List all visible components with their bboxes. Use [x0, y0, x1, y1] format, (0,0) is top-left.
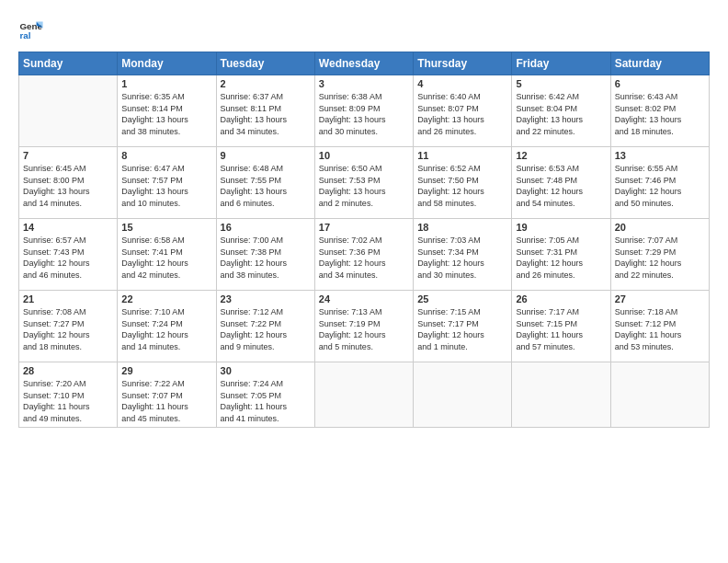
calendar-cell: 14Sunrise: 6:57 AM Sunset: 7:43 PM Dayli… — [19, 219, 118, 291]
week-row-3: 14Sunrise: 6:57 AM Sunset: 7:43 PM Dayli… — [19, 219, 710, 291]
day-info: Sunrise: 6:57 AM Sunset: 7:43 PM Dayligh… — [23, 235, 113, 281]
day-number: 22 — [121, 293, 211, 304]
day-info: Sunrise: 7:15 AM Sunset: 7:17 PM Dayligh… — [417, 306, 507, 352]
day-number: 7 — [23, 150, 113, 161]
calendar-cell: 29Sunrise: 7:22 AM Sunset: 7:07 PM Dayli… — [118, 362, 216, 428]
day-info: Sunrise: 6:43 AM Sunset: 8:02 PM Dayligh… — [615, 91, 705, 137]
calendar-cell: 12Sunrise: 6:53 AM Sunset: 7:48 PM Dayli… — [512, 147, 610, 219]
calendar-cell: 16Sunrise: 7:00 AM Sunset: 7:38 PM Dayli… — [216, 219, 314, 291]
day-info: Sunrise: 7:07 AM Sunset: 7:29 PM Dayligh… — [615, 235, 705, 281]
weekday-header-saturday: Saturday — [610, 52, 709, 75]
day-number: 1 — [121, 78, 211, 89]
calendar-cell: 24Sunrise: 7:13 AM Sunset: 7:19 PM Dayli… — [314, 291, 413, 362]
calendar-cell: 8Sunrise: 6:47 AM Sunset: 7:57 PM Daylig… — [118, 147, 216, 219]
svg-text:ral: ral — [19, 30, 30, 40]
day-number: 18 — [417, 222, 507, 233]
day-number: 27 — [615, 293, 705, 304]
day-info: Sunrise: 7:00 AM Sunset: 7:38 PM Dayligh… — [221, 235, 311, 281]
day-info: Sunrise: 7:12 AM Sunset: 7:22 PM Dayligh… — [221, 306, 311, 352]
calendar-cell: 9Sunrise: 6:48 AM Sunset: 7:55 PM Daylig… — [216, 147, 314, 219]
day-info: Sunrise: 6:37 AM Sunset: 8:11 PM Dayligh… — [221, 91, 311, 137]
page-header: Gene ral — [18, 17, 710, 42]
day-number: 28 — [23, 365, 113, 376]
day-info: Sunrise: 6:55 AM Sunset: 7:46 PM Dayligh… — [615, 163, 705, 209]
day-number: 16 — [221, 222, 311, 233]
day-number: 14 — [23, 222, 113, 233]
day-info: Sunrise: 7:18 AM Sunset: 7:12 PM Dayligh… — [615, 306, 705, 352]
day-number: 11 — [417, 150, 507, 161]
day-info: Sunrise: 7:08 AM Sunset: 7:27 PM Dayligh… — [23, 306, 113, 352]
day-info: Sunrise: 6:42 AM Sunset: 8:04 PM Dayligh… — [516, 91, 606, 137]
calendar-cell: 15Sunrise: 6:58 AM Sunset: 7:41 PM Dayli… — [118, 219, 216, 291]
weekday-header-monday: Monday — [118, 52, 216, 75]
day-info: Sunrise: 6:38 AM Sunset: 8:09 PM Dayligh… — [319, 91, 409, 137]
day-info: Sunrise: 7:02 AM Sunset: 7:36 PM Dayligh… — [319, 235, 409, 281]
week-row-2: 7Sunrise: 6:45 AM Sunset: 8:00 PM Daylig… — [19, 147, 710, 219]
calendar-cell: 23Sunrise: 7:12 AM Sunset: 7:22 PM Dayli… — [216, 291, 314, 362]
day-info: Sunrise: 7:05 AM Sunset: 7:31 PM Dayligh… — [516, 235, 606, 281]
day-info: Sunrise: 7:22 AM Sunset: 7:07 PM Dayligh… — [121, 378, 211, 424]
day-info: Sunrise: 6:40 AM Sunset: 8:07 PM Dayligh… — [417, 91, 507, 137]
calendar-cell: 4Sunrise: 6:40 AM Sunset: 8:07 PM Daylig… — [414, 75, 512, 147]
calendar-cell: 20Sunrise: 7:07 AM Sunset: 7:29 PM Dayli… — [610, 219, 709, 291]
day-number: 19 — [516, 222, 606, 233]
day-number: 26 — [516, 293, 606, 304]
calendar-cell — [610, 362, 709, 428]
calendar-cell: 13Sunrise: 6:55 AM Sunset: 7:46 PM Dayli… — [610, 147, 709, 219]
week-row-1: 1Sunrise: 6:35 AM Sunset: 8:14 PM Daylig… — [19, 75, 710, 147]
day-number: 29 — [121, 365, 211, 376]
day-number: 3 — [319, 78, 409, 89]
day-number: 15 — [121, 222, 211, 233]
calendar-cell: 6Sunrise: 6:43 AM Sunset: 8:02 PM Daylig… — [610, 75, 709, 147]
weekday-header-sunday: Sunday — [19, 52, 118, 75]
calendar-cell: 10Sunrise: 6:50 AM Sunset: 7:53 PM Dayli… — [314, 147, 413, 219]
calendar-cell — [19, 75, 118, 147]
calendar-cell: 3Sunrise: 6:38 AM Sunset: 8:09 PM Daylig… — [314, 75, 413, 147]
day-number: 20 — [615, 222, 705, 233]
calendar-cell: 5Sunrise: 6:42 AM Sunset: 8:04 PM Daylig… — [512, 75, 610, 147]
day-info: Sunrise: 6:45 AM Sunset: 8:00 PM Dayligh… — [23, 163, 113, 209]
day-info: Sunrise: 7:20 AM Sunset: 7:10 PM Dayligh… — [23, 378, 113, 424]
weekday-header-row: SundayMondayTuesdayWednesdayThursdayFrid… — [19, 52, 710, 75]
day-info: Sunrise: 7:13 AM Sunset: 7:19 PM Dayligh… — [319, 306, 409, 352]
day-info: Sunrise: 6:48 AM Sunset: 7:55 PM Dayligh… — [221, 163, 311, 209]
calendar-cell: 28Sunrise: 7:20 AM Sunset: 7:10 PM Dayli… — [19, 362, 118, 428]
calendar-cell: 19Sunrise: 7:05 AM Sunset: 7:31 PM Dayli… — [512, 219, 610, 291]
day-number: 12 — [516, 150, 606, 161]
day-number: 6 — [615, 78, 705, 89]
calendar-cell: 18Sunrise: 7:03 AM Sunset: 7:34 PM Dayli… — [414, 219, 512, 291]
day-info: Sunrise: 6:58 AM Sunset: 7:41 PM Dayligh… — [121, 235, 211, 281]
day-info: Sunrise: 7:17 AM Sunset: 7:15 PM Dayligh… — [516, 306, 606, 352]
day-number: 21 — [23, 293, 113, 304]
calendar-page: Gene ral SundayMondayTuesdayWednesdayThu… — [0, 0, 728, 563]
calendar-cell — [314, 362, 413, 428]
day-number: 24 — [319, 293, 409, 304]
calendar-cell: 11Sunrise: 6:52 AM Sunset: 7:50 PM Dayli… — [414, 147, 512, 219]
day-info: Sunrise: 6:47 AM Sunset: 7:57 PM Dayligh… — [121, 163, 211, 209]
calendar-cell: 30Sunrise: 7:24 AM Sunset: 7:05 PM Dayli… — [216, 362, 314, 428]
weekday-header-thursday: Thursday — [414, 52, 512, 75]
calendar-cell: 25Sunrise: 7:15 AM Sunset: 7:17 PM Dayli… — [414, 291, 512, 362]
calendar-cell: 26Sunrise: 7:17 AM Sunset: 7:15 PM Dayli… — [512, 291, 610, 362]
day-number: 9 — [221, 150, 311, 161]
day-number: 25 — [417, 293, 507, 304]
calendar-cell — [512, 362, 610, 428]
day-number: 5 — [516, 78, 606, 89]
day-number: 13 — [615, 150, 705, 161]
day-number: 17 — [319, 222, 409, 233]
day-info: Sunrise: 6:53 AM Sunset: 7:48 PM Dayligh… — [516, 163, 606, 209]
weekday-header-tuesday: Tuesday — [216, 52, 314, 75]
day-info: Sunrise: 7:03 AM Sunset: 7:34 PM Dayligh… — [417, 235, 507, 281]
day-info: Sunrise: 6:35 AM Sunset: 8:14 PM Dayligh… — [121, 91, 211, 137]
calendar-cell: 17Sunrise: 7:02 AM Sunset: 7:36 PM Dayli… — [314, 219, 413, 291]
day-info: Sunrise: 7:24 AM Sunset: 7:05 PM Dayligh… — [221, 378, 311, 424]
calendar-cell — [414, 362, 512, 428]
day-number: 30 — [221, 365, 311, 376]
week-row-4: 21Sunrise: 7:08 AM Sunset: 7:27 PM Dayli… — [19, 291, 710, 362]
day-number: 23 — [221, 293, 311, 304]
logo-icon: Gene ral — [18, 17, 44, 42]
weekday-header-friday: Friday — [512, 52, 610, 75]
day-number: 8 — [121, 150, 211, 161]
day-info: Sunrise: 6:50 AM Sunset: 7:53 PM Dayligh… — [319, 163, 409, 209]
calendar-cell: 27Sunrise: 7:18 AM Sunset: 7:12 PM Dayli… — [610, 291, 709, 362]
